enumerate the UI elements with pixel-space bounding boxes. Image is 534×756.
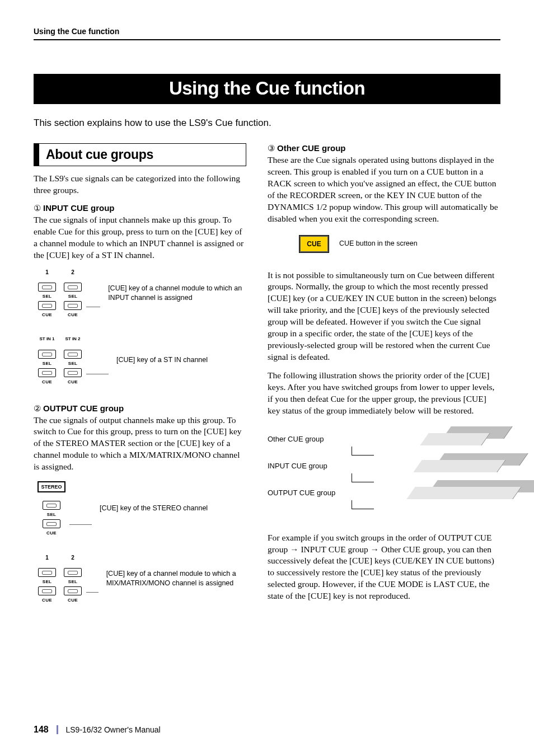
group-1-heading: ①INPUT CUE group [34,203,246,213]
sel-key-icon [64,283,82,292]
diagram-mix-channel-module: 1 SEL CUE 2 SEL CUE [36,555,246,603]
cue-label: CUE [36,598,58,603]
cue-key-icon [43,519,60,528]
manual-title: LS9-16/32 Owner's Manual [65,725,160,734]
cue-key-icon [64,301,82,310]
group-1-body: The cue signals of input channels make u… [34,214,246,261]
diagram-caption: [CUE] key of the STEREO channel [100,504,208,513]
priority-label-other: Other CUE group [268,435,352,443]
stin-module-2: ST IN 2 SEL CUE [62,336,84,384]
channel-number: 2 [62,269,84,276]
right-column: ③Other CUE group These are the Cue signa… [268,143,500,609]
group-1-title: INPUT CUE group [43,203,115,213]
cue-key-icon [64,368,82,377]
cue-key-icon [64,586,82,595]
sel-label: SEL [36,361,58,366]
cue-label: CUE [62,379,84,384]
group-3-body: These are the Cue signals operated using… [268,154,500,225]
circled-2-icon: ② [34,404,41,413]
cue-key-icon [38,301,56,310]
stin-module-1: ST IN 1 SEL CUE [36,336,58,384]
sel-key-icon [38,568,56,577]
two-column-layout: About cue groups The LS9's cue signals c… [34,143,500,609]
arrow-icon: → [290,544,299,554]
cue-label: CUE [62,312,84,317]
sel-key-icon [38,350,56,359]
sel-label: SEL [36,579,58,584]
sel-label: SEL [62,361,84,366]
about-cue-groups-intro: The LS9's cue signals can be categorized… [34,173,246,196]
priority-label-input: INPUT CUE group [268,462,352,470]
page-title-banner: Using the Cue function [34,74,500,104]
channel-number: 1 [36,269,58,276]
footer-divider [57,725,58,734]
sel-key-icon [64,568,82,577]
sel-label: SEL [62,294,84,299]
priority-label-output: OUTPUT CUE group [268,489,352,497]
sel-label: SEL [36,294,58,299]
priority-explanation-1: It is not possible to simultaneously tur… [268,270,500,363]
sel-key-icon [38,283,56,292]
group-2-title: OUTPUT CUE group [43,403,124,413]
diagram-caption: [CUE] key of a ST IN channel [116,355,208,365]
group-3-heading: ③Other CUE group [268,143,500,153]
cue-key-icon [38,586,56,595]
page-number: 148 [34,725,49,734]
stereo-module: STEREO SEL CUE [36,481,67,536]
cue-label: CUE [36,530,67,536]
page-intro: This section explains how to use the LS9… [34,118,500,129]
channel-number: 2 [62,555,84,561]
sel-key-icon [43,501,60,510]
cue-key-icon [38,368,56,377]
stereo-label: STEREO [38,481,65,492]
circled-1-icon: ① [34,204,41,213]
diagram-stin-channel: ST IN 1 SEL CUE ST IN 2 SEL CUE [36,336,246,384]
leader-line [86,374,109,374]
diagram-stereo-channel: STEREO SEL CUE [CUE] key of the STEREO c… [36,481,246,536]
channel-module-2: 2 SEL CUE [62,269,84,317]
group-2-heading: ②OUTPUT CUE group [34,403,246,414]
cue-button-caption: CUE button in the screen [339,239,418,248]
priority-explanation-2: The following illustration shows the pri… [268,370,500,417]
priority-example-paragraph: For example if you switch groups in the … [268,532,500,603]
diagram-caption: [CUE] key of a channel module to which a… [106,569,246,588]
header-rule [34,39,500,40]
running-head: Using the Cue function [34,27,500,36]
group-3-title: Other CUE group [277,143,346,153]
sel-label: SEL [36,512,67,517]
channel-number: ST IN 2 [62,336,84,343]
cue-screen-button-icon: CUE [299,235,329,253]
leader-line [86,592,99,593]
section-heading-about-cue-groups: About cue groups [34,143,246,166]
diagram-input-channel-module: 1 SEL CUE 2 SEL CUE [36,269,246,317]
channel-number: ST IN 1 [36,336,58,343]
priority-order-diagram: Other CUE group INPUT CUE group OUTPUT C… [268,426,500,515]
group-2-body: The cue signals of output channels make … [34,415,246,473]
circled-3-icon: ③ [268,144,275,153]
leader-line [86,307,100,307]
cue-button-illustration: CUE CUE button in the screen [299,235,500,253]
channel-module-1: 1 SEL CUE [36,555,58,603]
diagram-caption: [CUE] key of a channel module to which a… [108,284,246,303]
arrow-icon: → [371,544,380,554]
leader-line [69,524,92,525]
cue-label: CUE [36,379,58,384]
channel-module-2: 2 SEL CUE [62,555,84,603]
p3-part-b: INPUT CUE group [299,544,371,554]
channel-number: 1 [36,555,58,561]
left-column: About cue groups The LS9's cue signals c… [34,143,246,609]
sel-key-icon [64,350,82,359]
page-footer: 148 LS9-16/32 Owner's Manual [34,725,161,735]
cue-label: CUE [62,598,84,603]
cue-label: CUE [36,312,58,317]
channel-module-1: 1 SEL CUE [36,269,58,317]
sel-label: SEL [62,579,84,584]
